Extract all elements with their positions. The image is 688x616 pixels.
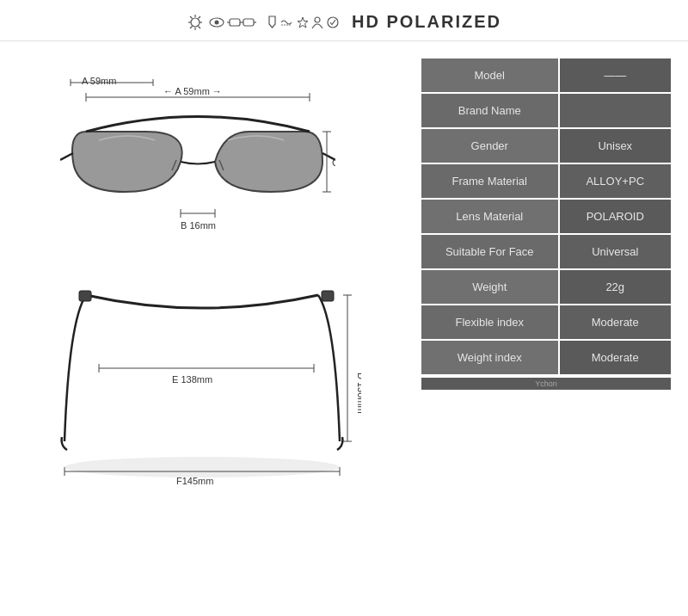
svg-point-19 [328, 17, 338, 28]
spec-label: Frame Material [421, 163, 559, 199]
feature-icons [187, 13, 341, 32]
spec-value: —— [559, 59, 672, 93]
svg-line-6 [199, 26, 201, 28]
table-row: Weight indexModerate [421, 340, 671, 375]
glasses-back-view: E 138mm D 130mm F145mm [52, 269, 361, 493]
svg-point-41 [64, 457, 340, 477]
spec-value: Universal [559, 234, 672, 269]
spec-label: Flexible index [421, 305, 559, 340]
svg-point-0 [191, 18, 200, 27]
svg-text:C 50mm: C 50mm [332, 157, 335, 168]
spec-value: 22g [559, 269, 672, 305]
table-row: Suitable For FaceUniversal [421, 234, 671, 269]
svg-text:E 138mm: E 138mm [172, 374, 212, 385]
spec-value: Unisex [559, 128, 672, 163]
svg-point-10 [215, 20, 219, 24]
spec-label: Gender [421, 128, 559, 163]
header-icons [187, 13, 341, 32]
page-wrapper: HD POLARIZED A 59mm [0, 0, 688, 616]
specs-footer: Ychon [421, 378, 671, 390]
svg-text:F145mm: F145mm [176, 476, 213, 484]
svg-rect-40 [322, 291, 334, 301]
page-title: HD POLARIZED [352, 12, 501, 32]
header: HD POLARIZED [0, 0, 688, 41]
svg-rect-11 [230, 19, 240, 26]
spec-value: POLAROID [559, 199, 672, 234]
table-row: Model—— [421, 59, 671, 93]
glasses-back-svg: E 138mm D 130mm F145mm [52, 269, 361, 484]
spec-value: ALLOY+PC [559, 163, 672, 199]
spec-label: Lens Material [421, 199, 559, 234]
main-content: A 59mm [0, 41, 688, 616]
spec-label: Brand Name [421, 93, 559, 128]
table-row: Lens MaterialPOLAROID [421, 199, 671, 234]
svg-text:B 16mm: B 16mm [181, 220, 216, 231]
svg-text:D 130mm: D 130mm [356, 373, 361, 414]
spec-value: Moderate [559, 305, 672, 340]
svg-marker-17 [298, 17, 308, 28]
spec-label: Weight [421, 269, 559, 305]
svg-line-5 [190, 16, 193, 19]
glasses-front-svg: ← A 59mm → B 16mm C 50mm [60, 84, 335, 243]
table-row: Flexible indexModerate [421, 305, 671, 340]
table-row: Brand Name [421, 93, 671, 128]
svg-point-18 [315, 17, 320, 22]
svg-text:← A 59mm →: ← A 59mm → [163, 86, 222, 96]
glasses-front-view: A 59mm [52, 67, 361, 265]
table-row: Weight22g [421, 269, 671, 305]
spec-label: Weight index [421, 340, 559, 375]
table-row: Frame MaterialALLOY+PC [421, 163, 671, 199]
svg-line-8 [190, 26, 193, 28]
spec-label: Suitable For Face [421, 234, 559, 269]
spec-value [559, 93, 672, 128]
svg-rect-39 [79, 291, 91, 301]
svg-rect-12 [243, 19, 254, 26]
specs-table: Model——Brand NameGenderUnisexFrame Mater… [421, 59, 671, 376]
svg-line-7 [199, 16, 201, 19]
spec-value: Moderate [559, 340, 672, 375]
diagram-section: A 59mm [9, 50, 404, 607]
svg-line-23 [60, 153, 73, 160]
table-row: GenderUnisex [421, 128, 671, 163]
spec-label: Model [421, 59, 559, 93]
specs-section: Model——Brand NameGenderUnisexFrame Mater… [421, 59, 671, 607]
